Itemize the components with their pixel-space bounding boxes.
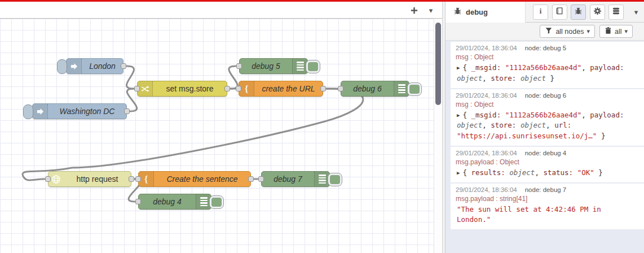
wire-layer: [0, 19, 442, 253]
debug-toolbar: all nodes ▾ all ▾: [445, 23, 644, 41]
debug-message-property: msg : Object: [456, 101, 639, 108]
node-label: debug 5: [240, 59, 292, 73]
flow-node-debug5[interactable]: debug 5: [239, 58, 308, 74]
sidebar-button-info[interactable]: i: [533, 5, 548, 20]
expand-triangle-icon[interactable]: ▶: [457, 64, 460, 72]
input-port[interactable]: [338, 86, 343, 91]
debug-sidebar: debug i ▾ all nodes ▾ all ▾ 29/01/2024, …: [445, 2, 644, 253]
node-label: http request: [64, 172, 131, 186]
sidebar-button-bug[interactable]: [571, 5, 586, 20]
debug-toggle-button[interactable]: [209, 195, 224, 209]
sidebar-button-book[interactable]: [552, 5, 567, 20]
input-port[interactable]: [135, 199, 141, 204]
debug-message-source-node: node: debug 5: [525, 45, 567, 51]
flow-node-http-request[interactable]: http request: [48, 171, 131, 187]
debug-message-source-node: node: debug 6: [525, 92, 567, 99]
filter-nodes-button[interactable]: all nodes ▾: [540, 25, 595, 38]
node-label: set msg.store: [153, 81, 227, 96]
debug-list-icon: [394, 81, 409, 96]
flow-list-menu-button[interactable]: ▾: [424, 4, 438, 16]
input-port[interactable]: [236, 63, 242, 69]
output-port[interactable]: [129, 176, 134, 182]
template-icon: {: [239, 81, 254, 96]
debug-message-property: msg.payload : string[41]: [456, 195, 639, 203]
canvas-scrollbar-track[interactable]: [434, 19, 442, 253]
output-port[interactable]: [248, 176, 254, 182]
wire-london-to-set-msg-store[interactable]: [126, 66, 134, 89]
flow-node-debug7[interactable]: debug 7: [261, 171, 330, 187]
wire-create-url-to-http-request[interactable]: [23, 89, 363, 180]
debug-message-timestamp: 29/01/2024, 18:36:04: [456, 45, 517, 51]
debug-message-meta: 29/01/2024, 18:36:04node: debug 7: [456, 186, 639, 193]
debug-message-content: ▶{ _msgid: "1112a566b26aae4d", payload: …: [456, 110, 639, 142]
node-label: Create the sentence: [154, 172, 250, 186]
tab-debug[interactable]: debug: [445, 2, 526, 23]
input-port[interactable]: [45, 176, 51, 182]
debug-list-icon: [314, 172, 329, 186]
debug-list-icon: [292, 59, 307, 73]
debug-toggle-button[interactable]: [328, 173, 342, 186]
top-red-bar: [0, 0, 644, 2]
flow-node-create-url[interactable]: {create the URL: [239, 81, 323, 97]
flow-node-debug6[interactable]: debug 6: [341, 81, 409, 97]
input-port[interactable]: [135, 176, 141, 182]
debug-message-list[interactable]: 29/01/2024, 18:36:04node: debug 5msg : O…: [445, 41, 644, 253]
debug-message-meta: 29/01/2024, 18:36:04node: debug 5: [456, 45, 639, 51]
debug-message: 29/01/2024, 18:36:04node: debug 5msg : O…: [451, 42, 644, 88]
sidebar-button-gear[interactable]: [590, 5, 605, 20]
expand-triangle-icon[interactable]: ▶: [457, 169, 460, 177]
bug-icon: [574, 7, 583, 18]
debug-message: 29/01/2024, 18:36:04node: debug 4msg.pay…: [451, 147, 644, 182]
sidebar-tab-bar: debug i ▾: [445, 2, 644, 23]
book-icon: [555, 7, 564, 18]
inject-button[interactable]: [57, 59, 67, 74]
debug-message-meta: 29/01/2024, 18:36:04node: debug 4: [456, 150, 639, 156]
template-icon: {: [139, 172, 154, 186]
node-label: create the URL: [254, 81, 323, 96]
flow-canvas[interactable]: LondonWashington DCset msg.store{create …: [0, 19, 442, 253]
debug-toggle-button[interactable]: [306, 60, 320, 73]
inject-button[interactable]: [23, 104, 33, 119]
node-label: debug 7: [262, 172, 314, 186]
debug-message-source-node: node: debug 7: [525, 186, 567, 193]
inject-arrow-icon: [67, 59, 82, 73]
inject-arrow-icon: [33, 104, 48, 119]
debug-message-source-node: node: debug 4: [525, 150, 567, 156]
input-port[interactable]: [258, 176, 264, 182]
funnel-icon: [545, 27, 553, 36]
flow-node-set-msg-store[interactable]: set msg.store: [137, 81, 227, 97]
input-port[interactable]: [236, 86, 241, 91]
output-port[interactable]: [224, 86, 230, 91]
debug-toggle-button[interactable]: [407, 82, 422, 96]
debug-message-property: msg : Object: [456, 53, 639, 61]
flow-node-create-sentence[interactable]: {Create the sentence: [138, 171, 251, 187]
debug-message-content: "The sun will set at 4:42:46 PM in Londo…: [456, 204, 639, 226]
debug-message-timestamp: 29/01/2024, 18:36:04: [456, 150, 517, 156]
output-port[interactable]: [320, 86, 326, 91]
clear-messages-button[interactable]: all ▾: [599, 25, 633, 38]
chevron-down-icon: ▾: [624, 28, 628, 35]
output-port[interactable]: [124, 108, 130, 114]
clear-messages-label: all: [615, 28, 622, 36]
flow-tab-bar: ▾: [0, 2, 442, 19]
input-port[interactable]: [134, 86, 140, 91]
canvas-scrollbar-thumb[interactable]: [435, 23, 441, 105]
debug-message-timestamp: 29/01/2024, 18:36:04: [456, 186, 517, 193]
chevron-down-icon: ▾: [586, 28, 590, 35]
sidebar-menu-button[interactable]: ▾: [630, 5, 642, 20]
wire-set-msg-store-to-debug5[interactable]: [229, 66, 237, 89]
chevron-down-icon: ▾: [429, 6, 433, 15]
flow-node-debug4[interactable]: debug 4: [138, 194, 211, 210]
expand-triangle-icon[interactable]: ▶: [457, 112, 460, 120]
add-flow-button[interactable]: [407, 4, 421, 16]
shuffle-icon: [138, 81, 153, 96]
sidebar-button-db[interactable]: [608, 5, 624, 20]
bug-icon: [453, 7, 462, 18]
output-port[interactable]: [121, 63, 126, 69]
chevron-down-icon: ▾: [634, 8, 638, 16]
gear-icon: [593, 7, 602, 18]
flow-node-washington[interactable]: Washington DC: [32, 103, 127, 119]
debug-message: 29/01/2024, 18:36:04node: debug 7msg.pay…: [451, 184, 644, 230]
wire-washington-to-set-msg-store[interactable]: [127, 89, 136, 111]
flow-node-london[interactable]: London: [66, 58, 123, 74]
